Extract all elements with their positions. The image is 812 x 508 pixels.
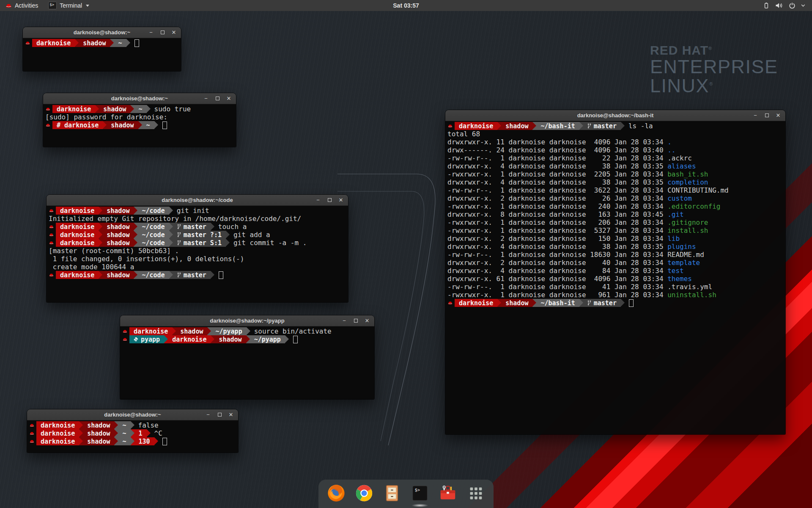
ls-entry-name: .editorconfig — [667, 202, 720, 210]
ls-entry-name: themes — [667, 275, 692, 283]
prompt-segment-darkred: shadow — [99, 105, 130, 113]
minimize-button[interactable]: − — [148, 30, 154, 35]
redhat-fedora-icon — [5, 3, 12, 9]
minimize-button[interactable]: − — [342, 318, 347, 323]
command-text: touch a — [218, 223, 247, 231]
close-button[interactable]: ✕ — [226, 96, 231, 101]
powerline-arrow-icon — [79, 421, 83, 429]
ls-entry-name: completion — [667, 178, 708, 186]
terminal-screen[interactable]: darknoiseshadow~/codegit initInitialized… — [47, 206, 348, 302]
powerline-arrow-icon — [79, 429, 83, 437]
redhat-fedora-icon — [49, 224, 54, 229]
powerline-arrow-icon — [164, 335, 168, 343]
terminal-line: drwxrwxr-x. 2 darknoise darknoise 150 Ja… — [446, 235, 785, 243]
dock-item-files[interactable] — [382, 483, 402, 505]
powerline-arrow-icon — [285, 335, 289, 343]
git-branch-icon — [587, 123, 591, 129]
rhel-logo-redhat: RED HAT® — [650, 44, 778, 57]
ls-entry-name: .. — [667, 146, 675, 154]
terminal-pyapp[interactable]: darknoise@shadow:~/pyapp−✕darknoiseshado… — [120, 315, 374, 399]
powerline-arrow-icon — [131, 421, 134, 429]
prompt-segment-gray: ~ — [114, 39, 126, 47]
minimize-button[interactable]: − — [206, 412, 211, 417]
prompt-segment-darkred: shadow — [102, 223, 134, 231]
dock-item-chrome[interactable] — [354, 483, 374, 505]
window-titlebar[interactable]: darknoise@shadow:~/pyapp−✕ — [120, 315, 374, 326]
prompt-segment-darkred: shadow — [79, 39, 110, 47]
powerline-arrow-icon — [532, 122, 536, 130]
prompt-segment-red: # darknoise — [52, 121, 103, 129]
dock-item-firefox[interactable] — [326, 483, 346, 505]
window-titlebar[interactable]: darknoise@shadow:~−✕ — [27, 409, 238, 420]
close-button[interactable]: ✕ — [338, 197, 343, 203]
powerline-arrow-icon — [134, 223, 137, 231]
maximize-button[interactable] — [353, 318, 358, 323]
powerline-arrow-icon — [79, 437, 83, 445]
redhat-fedora-icon — [45, 123, 51, 127]
terminal-screen[interactable]: darknoiseshadow~ — [23, 38, 181, 71]
powerline-arrow-icon — [147, 105, 151, 113]
redhat-fedora-icon — [49, 208, 54, 213]
app-menu-terminal[interactable]: $> Terminal — [43, 0, 94, 11]
close-button[interactable]: ✕ — [228, 412, 233, 417]
minimize-button[interactable]: − — [203, 96, 208, 101]
redhat-fedora-icon — [49, 273, 54, 277]
powerline-arrow-icon — [211, 271, 214, 279]
terminal-sudo[interactable]: darknoise@shadow:~−✕darknoiseshadow~sudo… — [43, 93, 236, 147]
dock-item-toolbox[interactable] — [438, 483, 458, 505]
terminal-screen[interactable]: darknoiseshadow~sudo true[sudo] password… — [43, 104, 236, 147]
prompt-segment-red: darknoise — [32, 39, 75, 47]
terminal-exitcodes[interactable]: darknoise@shadow:~−✕darknoiseshadow~fals… — [27, 409, 238, 453]
terminal-home-small[interactable]: darknoise@shadow:~−✕darknoiseshadow~ — [23, 27, 181, 71]
window-titlebar[interactable]: darknoise@shadow:~−✕ — [43, 93, 236, 104]
powerline-arrow-icon — [154, 437, 158, 445]
window-titlebar[interactable]: darknoise@shadow:~/code−✕ — [47, 195, 348, 206]
window-titlebar[interactable]: darknoise@shadow:~−✕ — [23, 27, 181, 38]
terminal-screen[interactable]: darknoiseshadow~/bash-itmasterls -latota… — [445, 121, 785, 434]
prompt-segment-red: darknoise — [56, 239, 99, 247]
ls-entry-name: .ackrc — [667, 154, 692, 162]
maximize-button[interactable] — [217, 412, 222, 417]
git-branch-icon — [177, 232, 181, 237]
close-button[interactable]: ✕ — [171, 30, 176, 35]
powerline-arrow-icon — [134, 207, 137, 215]
activities-button[interactable]: Activities — [0, 0, 43, 11]
system-status-area[interactable] — [763, 0, 812, 11]
terminal-line: create mode 100644 a — [47, 263, 348, 271]
minimize-button[interactable]: − — [315, 197, 321, 203]
terminal-screen[interactable]: darknoiseshadow~falsedarknoiseshadow~1^C… — [27, 420, 238, 453]
registered-mark: ® — [709, 81, 713, 86]
minimize-button[interactable]: − — [753, 113, 758, 118]
terminal-line: [sudo] password for darknoise: — [44, 113, 236, 121]
dock-item-app-grid[interactable] — [466, 483, 486, 505]
command-text: ^C — [154, 429, 162, 437]
powerline-arrow-icon — [134, 271, 137, 279]
maximize-button[interactable] — [327, 197, 332, 203]
chrome-icon — [354, 483, 374, 503]
prompt-segment-darkgray: master — [173, 271, 211, 279]
terminal-bashit[interactable]: darknoise@shadow:~/bash-it−✕darknoisesha… — [445, 110, 785, 434]
terminal-cursor — [134, 39, 139, 47]
powerline-arrow-icon — [75, 39, 79, 47]
close-button[interactable]: ✕ — [365, 318, 370, 323]
maximize-button[interactable] — [215, 96, 220, 101]
powerline-arrow-icon — [497, 122, 501, 130]
powerline-arrow-icon — [497, 299, 501, 307]
window-titlebar[interactable]: darknoise@shadow:~/bash-it−✕ — [445, 110, 785, 121]
git-branch-icon — [177, 224, 181, 229]
powerline-arrow-icon — [621, 299, 625, 307]
terminal-line: drwxrwxr-x. 11 darknoise darknoise 4096 … — [446, 138, 785, 146]
close-button[interactable]: ✕ — [776, 113, 781, 118]
dock-item-terminal[interactable]: $> — [410, 483, 430, 505]
ls-entry-name: . — [667, 138, 672, 146]
toolbox-icon — [438, 483, 458, 503]
redhat-fedora-icon — [29, 431, 35, 436]
powerline-arrow-icon — [247, 327, 250, 335]
maximize-button[interactable] — [764, 113, 769, 118]
clock[interactable]: Sat 03:57 — [393, 2, 419, 9]
terminal-screen[interactable]: darknoiseshadow~/pyappsource bin/activat… — [120, 326, 374, 399]
maximize-button[interactable] — [160, 30, 165, 35]
command-text: false — [138, 421, 159, 429]
app-grid-icon — [466, 483, 486, 503]
terminal-code[interactable]: darknoise@shadow:~/code−✕darknoiseshadow… — [47, 195, 348, 302]
